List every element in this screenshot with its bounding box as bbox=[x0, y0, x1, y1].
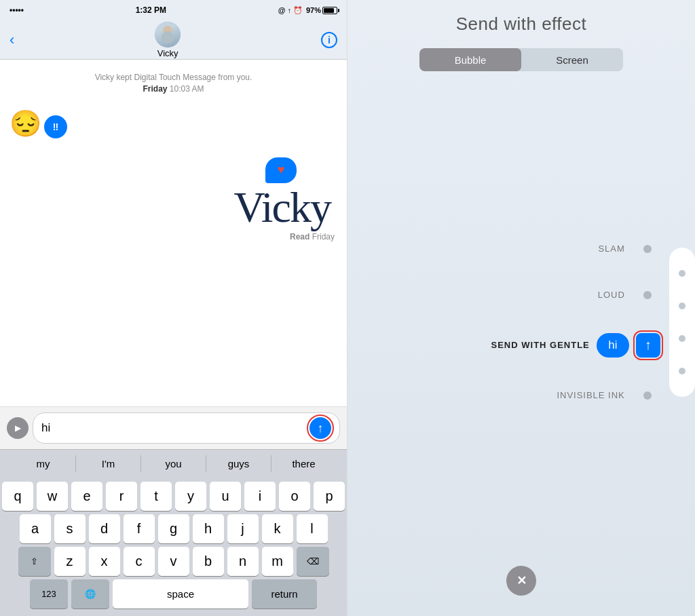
predictive-word-1[interactable]: my bbox=[11, 455, 75, 472]
emoji-row: 😔 bbox=[10, 109, 337, 138]
expand-button[interactable] bbox=[7, 417, 29, 439]
key-g[interactable]: g bbox=[158, 514, 189, 543]
effect-label-invisible: INVISIBLE INK bbox=[557, 390, 624, 400]
message-input-text[interactable]: hi bbox=[41, 421, 304, 435]
segment-control[interactable]: Bubble Screen bbox=[419, 48, 623, 71]
effect-row-slam[interactable]: SLAM bbox=[382, 226, 660, 272]
status-time: 1:32 PM bbox=[136, 5, 166, 15]
key-q[interactable]: q bbox=[2, 482, 33, 511]
key-v[interactable]: v bbox=[158, 547, 189, 576]
numbers-key[interactable]: 123 bbox=[30, 579, 68, 609]
keyboard: q w e r t y u i o p a s d f g h j k l ⇧ … bbox=[0, 478, 347, 616]
effect-row-loud[interactable]: LOUD bbox=[382, 272, 660, 318]
key-i[interactable]: i bbox=[244, 482, 276, 511]
predictive-word-5[interactable]: there bbox=[271, 455, 336, 472]
key-b[interactable]: b bbox=[193, 547, 224, 576]
key-f[interactable]: f bbox=[124, 514, 155, 543]
keyboard-row-1: q w e r t y u i o p bbox=[2, 482, 345, 511]
key-r[interactable]: r bbox=[106, 482, 137, 511]
key-l[interactable]: l bbox=[297, 514, 328, 543]
key-x[interactable]: x bbox=[89, 547, 120, 576]
predictive-word-4[interactable]: guys bbox=[206, 455, 271, 472]
message-area: Vicky kept Digital Touch Message from yo… bbox=[0, 60, 347, 406]
key-o[interactable]: o bbox=[279, 482, 310, 511]
key-t[interactable]: t bbox=[140, 482, 172, 511]
key-n[interactable]: n bbox=[227, 547, 259, 576]
effect-row-gentle[interactable]: SEND WITH GENTLE hi bbox=[382, 318, 660, 372]
effect-label-gentle: SEND WITH GENTLE bbox=[491, 340, 590, 350]
key-d[interactable]: d bbox=[89, 514, 120, 543]
info-button[interactable]: i bbox=[321, 32, 337, 48]
key-u[interactable]: u bbox=[210, 482, 241, 511]
key-h[interactable]: h bbox=[193, 514, 224, 543]
key-y[interactable]: y bbox=[175, 482, 206, 511]
predictive-bar: my I'm you guys there bbox=[0, 449, 347, 478]
back-button[interactable]: ‹ bbox=[10, 31, 14, 49]
message-input-wrap[interactable]: hi bbox=[33, 412, 340, 444]
effect-send-button[interactable] bbox=[636, 333, 660, 358]
key-z[interactable]: z bbox=[54, 547, 86, 576]
contact-info[interactable]: Vicky bbox=[155, 22, 181, 58]
key-c[interactable]: c bbox=[124, 547, 155, 576]
double-exclamation-bubble bbox=[44, 115, 67, 138]
system-message: Vicky kept Digital Touch Message from yo… bbox=[10, 72, 337, 95]
cancel-button[interactable] bbox=[506, 566, 536, 596]
send-button[interactable] bbox=[309, 417, 331, 439]
keyboard-row-2: a s d f g h j k l bbox=[2, 514, 345, 543]
effects-container: SLAM LOUD SEND WITH GENTLE hi INVIS bbox=[348, 92, 695, 552]
keyboard-row-4: 123 🌐 space return bbox=[2, 579, 345, 609]
battery-indicator: @ ↑ ⏰ 97% bbox=[278, 6, 337, 15]
effect-dot-invisible bbox=[643, 391, 652, 400]
key-a[interactable]: a bbox=[20, 514, 51, 543]
input-row: hi bbox=[0, 406, 347, 449]
left-panel: ••••• 1:32 PM @ ↑ ⏰ 97% ‹ Vicky i Vicky … bbox=[0, 0, 348, 616]
read-receipt: Read Friday bbox=[10, 232, 337, 242]
right-panel: Send with effect Bubble Screen SLAM LOUD bbox=[348, 0, 695, 616]
key-w[interactable]: w bbox=[37, 482, 68, 511]
key-s[interactable]: s bbox=[54, 514, 86, 543]
key-e[interactable]: e bbox=[71, 482, 102, 511]
handwriting-text: Vicky bbox=[233, 186, 337, 229]
effects-scroll-indicator[interactable] bbox=[669, 248, 695, 397]
status-bar: ••••• 1:32 PM @ ↑ ⏰ 97% bbox=[0, 0, 347, 20]
globe-key[interactable]: 🌐 bbox=[71, 579, 109, 609]
key-m[interactable]: m bbox=[262, 547, 293, 576]
effect-row-invisible[interactable]: INVISIBLE INK bbox=[382, 372, 660, 419]
effect-dot-loud bbox=[643, 291, 652, 299]
handwriting-section: Vicky bbox=[10, 157, 337, 229]
scroll-dot-3 bbox=[679, 335, 685, 342]
space-key[interactable]: space bbox=[113, 579, 248, 609]
effect-title: Send with effect bbox=[456, 14, 587, 35]
effects-list: SLAM LOUD SEND WITH GENTLE hi INVIS bbox=[382, 226, 660, 419]
heart-bubble bbox=[265, 157, 297, 183]
contact-name: Vicky bbox=[157, 48, 179, 58]
tab-screen[interactable]: Screen bbox=[521, 48, 623, 71]
scroll-dot-1 bbox=[679, 270, 685, 277]
scroll-dot-4 bbox=[679, 368, 685, 374]
avatar bbox=[155, 22, 181, 47]
keyboard-row-3: ⇧ z x c v b n m ⌫ bbox=[2, 547, 345, 576]
sad-emoji: 😔 bbox=[10, 109, 41, 138]
key-p[interactable]: p bbox=[314, 482, 345, 511]
tab-bubble[interactable]: Bubble bbox=[419, 48, 521, 71]
scroll-dot-2 bbox=[679, 303, 685, 309]
return-key[interactable]: return bbox=[252, 579, 317, 609]
key-j[interactable]: j bbox=[227, 514, 259, 543]
preview-bubble: hi bbox=[597, 333, 629, 358]
predictive-word-3[interactable]: you bbox=[140, 455, 206, 472]
signal-dots: ••••• bbox=[10, 5, 24, 15]
message-header: ‹ Vicky i bbox=[0, 20, 347, 60]
key-k[interactable]: k bbox=[262, 514, 293, 543]
shift-key[interactable]: ⇧ bbox=[18, 547, 51, 576]
effect-label-slam: SLAM bbox=[598, 244, 624, 254]
effect-dot-slam bbox=[643, 245, 652, 253]
delete-key[interactable]: ⌫ bbox=[297, 547, 329, 576]
predictive-word-2[interactable]: I'm bbox=[75, 455, 140, 472]
effect-label-loud: LOUD bbox=[598, 290, 625, 300]
